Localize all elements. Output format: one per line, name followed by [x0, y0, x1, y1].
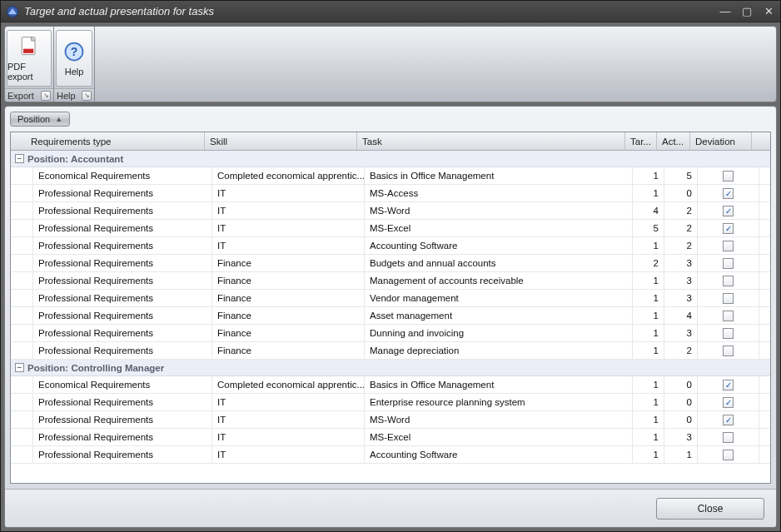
- table-row[interactable]: Professional RequirementsITMS-Word10✓: [11, 411, 770, 429]
- table-row[interactable]: Professional RequirementsITMS-Excel13: [11, 429, 770, 446]
- close-button[interactable]: Close: [656, 498, 764, 520]
- svg-rect-2: [23, 49, 33, 53]
- sort-asc-icon: ▲: [55, 115, 62, 123]
- cell-task: MS-Excel: [365, 220, 633, 236]
- cell-deviation: [698, 167, 759, 184]
- cell-actual: 0: [664, 376, 698, 393]
- cell-reqtype: Professional Requirements: [33, 307, 212, 324]
- help-icon: ?: [62, 40, 86, 63]
- window: Target and actual presentation for tasks…: [0, 0, 781, 532]
- close-window-button[interactable]: ✕: [762, 5, 775, 17]
- cell-skill: Finance: [212, 307, 365, 324]
- column-header-skill[interactable]: Skill: [205, 132, 357, 150]
- table-row[interactable]: Professional RequirementsITMS-Access10✓: [11, 185, 770, 202]
- cell-actual: 1: [664, 446, 698, 463]
- table-row[interactable]: Professional RequirementsFinanceManageme…: [11, 272, 770, 290]
- help-dialog-launcher[interactable]: ↘: [82, 91, 92, 101]
- table-row[interactable]: Professional RequirementsFinanceBudgets …: [11, 255, 770, 272]
- table-row[interactable]: Professional RequirementsFinanceAsset ma…: [11, 307, 770, 325]
- deviation-checkbox[interactable]: ✓: [723, 206, 734, 216]
- table-row[interactable]: Professional RequirementsITAccounting So…: [11, 446, 770, 464]
- cell-skill: Finance: [212, 290, 365, 306]
- deviation-checkbox[interactable]: [723, 241, 734, 251]
- cell-skill: Finance: [212, 342, 365, 359]
- deviation-checkbox[interactable]: [723, 328, 734, 339]
- group-chip-position[interactable]: Position ▲: [10, 112, 70, 127]
- column-header-actual[interactable]: Act...: [657, 132, 690, 150]
- app-icon: [6, 5, 19, 18]
- deviation-checkbox[interactable]: [723, 276, 734, 286]
- cell-indent: [11, 220, 33, 236]
- deviation-checkbox[interactable]: [723, 293, 734, 304]
- column-header-task[interactable]: Task: [357, 132, 625, 150]
- table-row[interactable]: Professional RequirementsITAccounting So…: [11, 237, 770, 255]
- pdf-export-button[interactable]: PDF export: [7, 30, 52, 87]
- cell-deviation: ✓: [698, 202, 759, 219]
- help-button[interactable]: ? Help: [56, 30, 92, 87]
- grid-header: Requirements type Skill Task Tar... Act.…: [11, 132, 770, 151]
- cell-deviation: [698, 237, 759, 254]
- deviation-checkbox[interactable]: [723, 258, 734, 269]
- cell-actual: 2: [664, 342, 698, 359]
- deviation-checkbox[interactable]: ✓: [723, 397, 734, 408]
- cell-task: Basics in Office Management: [365, 376, 633, 393]
- cell-actual: 0: [664, 185, 698, 201]
- table-row[interactable]: Economical RequirementsCompleted economi…: [11, 376, 770, 394]
- table-row[interactable]: Professional RequirementsITEnterprise re…: [11, 394, 770, 411]
- group-by-bar: Position ▲: [5, 107, 776, 127]
- cell-task: Accounting Software: [365, 237, 633, 254]
- group-row[interactable]: −Position: Controlling Manager: [11, 360, 770, 376]
- cell-indent: [11, 167, 33, 184]
- cell-indent: [11, 185, 33, 201]
- grid-body[interactable]: −Position: AccountantEconomical Requirem…: [11, 151, 770, 483]
- cell-target: 1: [633, 446, 664, 463]
- table-row[interactable]: Professional RequirementsFinanceDunning …: [11, 325, 770, 342]
- cell-actual: 5: [664, 167, 698, 184]
- deviation-checkbox[interactable]: ✓: [723, 415, 734, 425]
- table-row[interactable]: Professional RequirementsFinanceVendor m…: [11, 290, 770, 307]
- cell-task: Budgets and annual accounts: [365, 255, 633, 271]
- cell-indent: [11, 394, 33, 410]
- collapse-icon[interactable]: −: [15, 154, 24, 163]
- column-header-target[interactable]: Tar...: [625, 132, 657, 150]
- cell-target: 1: [633, 325, 664, 341]
- cell-task: Manage depreciation: [365, 342, 633, 359]
- column-header-deviation[interactable]: Deviation: [690, 132, 752, 150]
- collapse-icon[interactable]: −: [15, 363, 24, 372]
- table-row[interactable]: Professional RequirementsITMS-Word42✓: [11, 202, 770, 220]
- cell-deviation: ✓: [698, 185, 759, 201]
- cell-indent: [11, 255, 33, 271]
- deviation-checkbox[interactable]: ✓: [723, 188, 734, 199]
- column-expander: [11, 132, 26, 150]
- cell-actual: 3: [664, 290, 698, 306]
- deviation-checkbox[interactable]: [723, 346, 734, 356]
- cell-indent: [11, 376, 33, 393]
- cell-task: Enterprise resource planning system: [365, 394, 633, 410]
- cell-skill: IT: [212, 202, 365, 219]
- deviation-checkbox[interactable]: [723, 450, 734, 460]
- table-row[interactable]: Professional RequirementsITMS-Excel52✓: [11, 220, 770, 237]
- table-row[interactable]: Economical RequirementsCompleted economi…: [11, 167, 770, 185]
- cell-reqtype: Professional Requirements: [33, 429, 212, 445]
- cell-deviation: [698, 429, 759, 445]
- cell-deviation: [698, 446, 759, 463]
- deviation-checkbox[interactable]: [723, 171, 734, 181]
- deviation-checkbox[interactable]: [723, 432, 734, 443]
- deviation-checkbox[interactable]: ✓: [723, 223, 734, 234]
- cell-indent: [11, 446, 33, 463]
- deviation-checkbox[interactable]: [723, 311, 734, 321]
- minimize-button[interactable]: —: [719, 5, 732, 17]
- cell-reqtype: Professional Requirements: [33, 446, 212, 463]
- cell-target: 1: [633, 167, 664, 184]
- group-row[interactable]: −Position: Accountant: [11, 151, 770, 167]
- cell-actual: 3: [664, 255, 698, 271]
- cell-reqtype: Professional Requirements: [33, 325, 212, 341]
- maximize-button[interactable]: ▢: [740, 5, 754, 17]
- cell-target: 1: [633, 394, 664, 410]
- export-dialog-launcher[interactable]: ↘: [41, 91, 51, 101]
- cell-reqtype: Professional Requirements: [33, 342, 212, 359]
- deviation-checkbox[interactable]: ✓: [723, 380, 734, 390]
- cell-reqtype: Economical Requirements: [33, 167, 212, 184]
- table-row[interactable]: Professional RequirementsFinanceManage d…: [11, 342, 770, 360]
- column-header-reqtype[interactable]: Requirements type: [26, 132, 205, 150]
